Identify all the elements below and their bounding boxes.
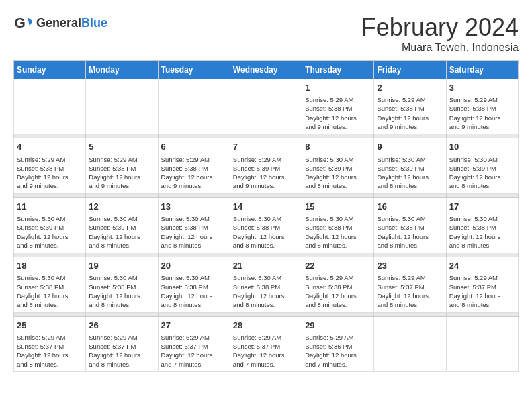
table-row: 1Sunrise: 5:29 AMSunset: 5:38 PMDaylight…	[302, 79, 374, 134]
table-row	[230, 79, 302, 134]
calendar-title: February 2024	[361, 13, 519, 42]
day-detail: Sunrise: 5:30 AM	[305, 214, 371, 223]
day-detail: Sunset: 5:38 PM	[449, 223, 515, 232]
logo-general: General	[36, 16, 81, 30]
day-detail: and 8 minutes.	[377, 300, 443, 309]
day-detail: and 9 minutes.	[89, 181, 154, 190]
day-number: 18	[17, 260, 83, 272]
calendar-week-row: 4Sunrise: 5:29 AMSunset: 5:38 PMDaylight…	[14, 138, 519, 193]
day-number: 9	[377, 141, 443, 153]
table-row: 13Sunrise: 5:30 AMSunset: 5:38 PMDayligh…	[158, 197, 230, 253]
day-detail: Sunset: 5:38 PM	[305, 223, 371, 232]
day-number: 7	[233, 141, 299, 153]
table-row	[86, 79, 158, 134]
day-detail: and 8 minutes.	[305, 300, 371, 309]
day-detail: Daylight: 12 hours	[89, 291, 154, 300]
table-row: 11Sunrise: 5:30 AMSunset: 5:39 PMDayligh…	[14, 197, 86, 253]
table-row: 21Sunrise: 5:30 AMSunset: 5:38 PMDayligh…	[230, 257, 302, 312]
day-detail: and 8 minutes.	[17, 360, 83, 369]
day-detail: Sunset: 5:38 PM	[161, 223, 227, 232]
svg-text:G: G	[15, 15, 26, 30]
day-detail: Sunset: 5:38 PM	[305, 283, 371, 291]
day-number: 12	[89, 201, 154, 213]
day-detail: Daylight: 12 hours	[17, 291, 83, 300]
day-detail: and 8 minutes.	[17, 241, 83, 250]
day-detail: Sunset: 5:39 PM	[449, 164, 515, 173]
day-detail: Daylight: 12 hours	[305, 351, 371, 359]
table-row: 5Sunrise: 5:29 AMSunset: 5:38 PMDaylight…	[86, 138, 158, 193]
day-detail: Daylight: 12 hours	[377, 232, 443, 241]
col-tuesday: Tuesday	[158, 61, 230, 79]
day-detail: and 8 minutes.	[17, 300, 83, 309]
day-number: 3	[449, 82, 515, 94]
day-detail: Sunrise: 5:30 AM	[161, 214, 227, 223]
day-number: 16	[377, 201, 443, 213]
day-detail: Sunrise: 5:30 AM	[89, 214, 154, 223]
day-detail: Sunrise: 5:29 AM	[449, 95, 515, 104]
day-detail: Sunrise: 5:29 AM	[449, 273, 515, 282]
day-detail: Sunrise: 5:29 AM	[377, 95, 443, 104]
day-detail: Daylight: 12 hours	[305, 113, 371, 122]
day-number: 24	[449, 260, 515, 272]
day-detail: Daylight: 12 hours	[233, 291, 299, 300]
day-detail: Sunset: 5:38 PM	[233, 223, 299, 232]
day-number: 2	[377, 82, 443, 94]
col-monday: Monday	[86, 61, 158, 79]
day-detail: Sunset: 5:38 PM	[305, 104, 371, 113]
day-detail: and 8 minutes.	[233, 300, 299, 309]
day-detail: Sunrise: 5:30 AM	[17, 214, 83, 223]
day-number: 6	[161, 141, 227, 153]
day-detail: Sunrise: 5:29 AM	[161, 333, 227, 342]
table-row: 7Sunrise: 5:29 AMSunset: 5:39 PMDaylight…	[230, 138, 302, 193]
day-number: 28	[233, 320, 299, 332]
day-detail: Daylight: 12 hours	[161, 291, 227, 300]
day-detail: Sunrise: 5:29 AM	[305, 333, 371, 342]
day-detail: Sunset: 5:39 PM	[377, 164, 443, 173]
day-detail: Sunrise: 5:30 AM	[377, 155, 443, 164]
table-row: 18Sunrise: 5:30 AMSunset: 5:38 PMDayligh…	[14, 257, 86, 312]
table-row: 22Sunrise: 5:29 AMSunset: 5:38 PMDayligh…	[302, 257, 374, 312]
day-detail: Sunset: 5:37 PM	[449, 283, 515, 291]
day-detail: Sunrise: 5:29 AM	[233, 155, 299, 164]
day-detail: Sunset: 5:36 PM	[305, 342, 371, 351]
day-detail: and 7 minutes.	[233, 360, 299, 369]
day-detail: Daylight: 12 hours	[449, 291, 515, 300]
day-number: 4	[17, 141, 83, 153]
day-detail: and 8 minutes.	[233, 241, 299, 250]
day-detail: Sunrise: 5:29 AM	[161, 155, 227, 164]
day-detail: and 8 minutes.	[161, 241, 227, 250]
day-detail: Sunrise: 5:29 AM	[305, 95, 371, 104]
day-number: 8	[305, 141, 371, 153]
day-detail: and 7 minutes.	[305, 360, 371, 369]
table-row: 26Sunrise: 5:29 AMSunset: 5:37 PMDayligh…	[86, 316, 158, 371]
table-row: 25Sunrise: 5:29 AMSunset: 5:37 PMDayligh…	[14, 316, 86, 371]
day-detail: Sunset: 5:38 PM	[89, 283, 154, 291]
day-detail: and 8 minutes.	[305, 241, 371, 250]
day-detail: Daylight: 12 hours	[161, 173, 227, 181]
day-number: 26	[89, 320, 154, 332]
table-row	[374, 316, 446, 371]
day-detail: Sunrise: 5:30 AM	[449, 155, 515, 164]
day-detail: Daylight: 12 hours	[17, 173, 83, 181]
day-detail: Sunrise: 5:29 AM	[89, 155, 154, 164]
day-detail: Daylight: 12 hours	[233, 232, 299, 241]
day-detail: Sunrise: 5:29 AM	[305, 273, 371, 282]
day-number: 1	[305, 82, 371, 94]
table-row	[446, 316, 518, 371]
day-detail: Sunrise: 5:30 AM	[89, 273, 154, 282]
page-header: G GeneralBlue February 2024 Muara Teweh,…	[13, 13, 519, 54]
day-number: 10	[449, 141, 515, 153]
day-detail: Sunset: 5:38 PM	[17, 283, 83, 291]
day-detail: and 9 minutes.	[17, 181, 83, 190]
day-detail: Sunset: 5:39 PM	[233, 164, 299, 173]
day-number: 20	[161, 260, 227, 272]
logo: G GeneralBlue	[13, 13, 107, 34]
table-row: 27Sunrise: 5:29 AMSunset: 5:37 PMDayligh…	[158, 316, 230, 371]
calendar-week-row: 11Sunrise: 5:30 AMSunset: 5:39 PMDayligh…	[14, 197, 519, 253]
day-detail: Sunset: 5:39 PM	[17, 223, 83, 232]
col-sunday: Sunday	[14, 61, 86, 79]
day-detail: Sunset: 5:37 PM	[17, 342, 83, 351]
day-detail: Daylight: 12 hours	[449, 232, 515, 241]
day-detail: Sunrise: 5:29 AM	[17, 333, 83, 342]
day-detail: Sunrise: 5:30 AM	[377, 214, 443, 223]
